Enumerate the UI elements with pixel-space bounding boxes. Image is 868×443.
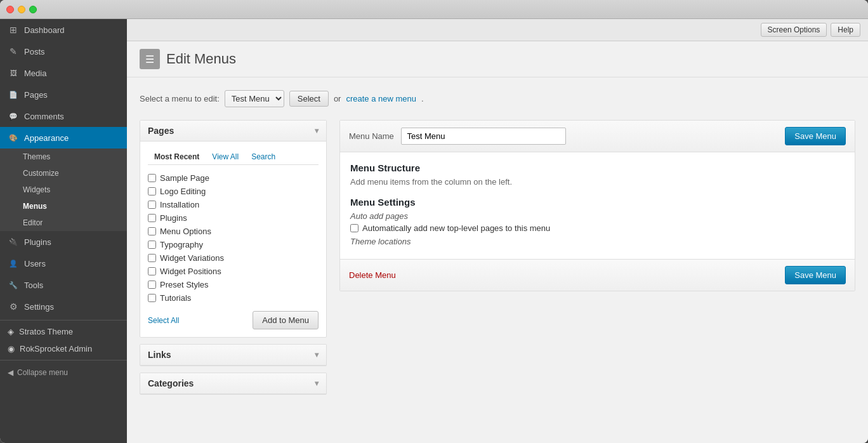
app-window: Dashboard Posts Media Pages Comments App… bbox=[0, 0, 868, 443]
maximize-button[interactable] bbox=[29, 6, 37, 13]
content-area: Screen Options Help ☰ Edit Menus Select … bbox=[127, 19, 868, 443]
appearance-icon bbox=[8, 132, 19, 143]
sidebar-subitem-customize[interactable]: Customize bbox=[0, 165, 127, 182]
delete-menu-link[interactable]: Delete Menu bbox=[349, 270, 396, 280]
select-all-link[interactable]: Select All bbox=[148, 316, 179, 325]
sidebar-item-stratos[interactable]: Stratos Theme bbox=[0, 323, 127, 340]
or-text: or bbox=[334, 94, 341, 103]
list-item: Logo Editing bbox=[148, 185, 319, 198]
stratos-label: Stratos Theme bbox=[19, 327, 73, 336]
checkbox-logo-editing[interactable] bbox=[148, 187, 156, 195]
posts-icon bbox=[8, 46, 19, 57]
sidebar-item-comments[interactable]: Comments bbox=[0, 105, 127, 127]
sidebar-item-pages[interactable]: Pages bbox=[0, 84, 127, 105]
label-logo-editing: Logo Editing bbox=[160, 187, 206, 196]
create-new-menu-link[interactable]: create a new menu bbox=[346, 94, 416, 103]
menu-settings-title: Menu Settings bbox=[350, 197, 845, 208]
label-menu-options: Menu Options bbox=[160, 227, 211, 236]
menu-structure-desc: Add menu items from the column on the le… bbox=[350, 177, 845, 187]
sidebar: Dashboard Posts Media Pages Comments App… bbox=[0, 19, 127, 443]
menu-name-input[interactable] bbox=[401, 128, 566, 145]
pages-tabs: Most Recent View All Search bbox=[148, 149, 319, 165]
sidebar-item-plugins[interactable]: Plugins bbox=[0, 231, 127, 253]
label-installation: Installation bbox=[160, 200, 199, 209]
menu-settings-section: Menu Settings Auto add pages Automatical… bbox=[350, 197, 845, 246]
sidebar-item-dashboard[interactable]: Dashboard bbox=[0, 19, 127, 41]
sidebar-label-settings: Settings bbox=[24, 302, 54, 312]
roksprocket-label: RokSprocket Admin bbox=[20, 344, 92, 354]
right-column: Menu Name Save Menu Menu Structure Add m… bbox=[339, 120, 855, 291]
checkbox-installation[interactable] bbox=[148, 201, 156, 209]
media-icon bbox=[8, 67, 19, 79]
grid-icon bbox=[8, 24, 19, 36]
close-button[interactable] bbox=[6, 6, 14, 13]
tab-view-all[interactable]: View All bbox=[206, 149, 245, 164]
categories-chevron-icon bbox=[315, 379, 319, 388]
menu-name-left: Menu Name bbox=[349, 128, 566, 145]
select-menu-bar: Select a menu to edit: Test Menu Select … bbox=[140, 90, 855, 107]
checkbox-widget-variations[interactable] bbox=[148, 254, 156, 262]
auto-add-label: Auto add pages bbox=[350, 211, 845, 221]
menu-structure-title: Menu Structure bbox=[350, 162, 845, 173]
sidebar-label-posts: Posts bbox=[24, 47, 45, 56]
sidebar-item-tools[interactable]: Tools bbox=[0, 274, 127, 296]
tab-most-recent[interactable]: Most Recent bbox=[148, 149, 206, 164]
pages-checkbox-list: Sample Page Logo Editing I bbox=[148, 171, 319, 305]
list-item: Installation bbox=[148, 198, 319, 211]
sidebar-item-posts[interactable]: Posts bbox=[0, 41, 127, 62]
save-menu-button-top[interactable]: Save Menu bbox=[785, 127, 846, 145]
checkbox-menu-options[interactable] bbox=[148, 227, 156, 235]
page-content: ☰ Edit Menus Select a menu to edit: Test… bbox=[127, 41, 868, 443]
sidebar-subitem-widgets[interactable]: Widgets bbox=[0, 182, 127, 198]
categories-panel-header[interactable]: Categories bbox=[140, 373, 326, 394]
collapse-menu-button[interactable]: ◀ Collapse menu bbox=[0, 363, 127, 382]
auto-add-row: Automatically add new top-level pages to… bbox=[350, 223, 845, 233]
create-suffix: . bbox=[421, 94, 424, 103]
tab-search[interactable]: Search bbox=[245, 149, 282, 164]
menu-select-dropdown[interactable]: Test Menu bbox=[225, 90, 284, 107]
collapse-label: Collapse menu bbox=[17, 368, 68, 377]
links-panel-header[interactable]: Links bbox=[140, 345, 326, 366]
pages-panel: Pages Most Recent View All Search bbox=[140, 120, 327, 338]
list-item: Menu Options bbox=[148, 225, 319, 238]
sidebar-label-users: Users bbox=[24, 259, 46, 268]
sidebar-item-users[interactable]: Users bbox=[0, 253, 127, 274]
pages-panel-footer: Select All Add to Menu bbox=[148, 311, 319, 329]
sidebar-label-comments: Comments bbox=[24, 112, 64, 121]
checkbox-typography[interactable] bbox=[148, 241, 156, 249]
checkbox-tutorials[interactable] bbox=[148, 294, 156, 302]
screen-options-button[interactable]: Screen Options bbox=[761, 23, 827, 37]
left-column: Pages Most Recent View All Search bbox=[140, 120, 327, 401]
pages-panel-header[interactable]: Pages bbox=[140, 121, 326, 142]
sidebar-subitem-menus[interactable]: Menus bbox=[0, 198, 127, 215]
roksprocket-icon bbox=[8, 344, 15, 354]
checkbox-plugins[interactable] bbox=[148, 214, 156, 222]
sidebar-item-media[interactable]: Media bbox=[0, 62, 127, 84]
auto-add-checkbox[interactable] bbox=[350, 224, 358, 232]
add-to-menu-button[interactable]: Add to Menu bbox=[253, 311, 319, 329]
sidebar-item-settings[interactable]: Settings bbox=[0, 296, 127, 317]
traffic-lights bbox=[6, 6, 37, 13]
sidebar-subitem-themes[interactable]: Themes bbox=[0, 149, 127, 165]
sidebar-item-appearance[interactable]: Appearance bbox=[0, 127, 127, 149]
two-column-layout: Pages Most Recent View All Search bbox=[140, 120, 855, 401]
settings-icon bbox=[8, 301, 19, 312]
titlebar bbox=[0, 0, 868, 19]
help-button[interactable]: Help bbox=[831, 23, 860, 37]
minimize-button[interactable] bbox=[18, 6, 25, 13]
sidebar-item-roksprocket[interactable]: RokSprocket Admin bbox=[0, 340, 127, 357]
pages-panel-title: Pages bbox=[148, 126, 174, 136]
categories-panel-title: Categories bbox=[148, 378, 194, 388]
list-item: Typography bbox=[148, 238, 319, 251]
save-menu-button-bottom[interactable]: Save Menu bbox=[785, 266, 846, 284]
comments-icon bbox=[8, 110, 19, 122]
checkbox-preset-styles[interactable] bbox=[148, 281, 156, 289]
checkbox-sample-page[interactable] bbox=[148, 174, 156, 182]
sidebar-subitem-editor[interactable]: Editor bbox=[0, 215, 127, 231]
select-menu-button[interactable]: Select bbox=[289, 91, 329, 107]
label-preset-styles: Preset Styles bbox=[160, 280, 209, 289]
page-header: ☰ Edit Menus bbox=[127, 41, 868, 77]
links-panel: Links bbox=[140, 344, 327, 366]
tools-icon bbox=[8, 279, 19, 291]
checkbox-widget-positions[interactable] bbox=[148, 267, 156, 275]
